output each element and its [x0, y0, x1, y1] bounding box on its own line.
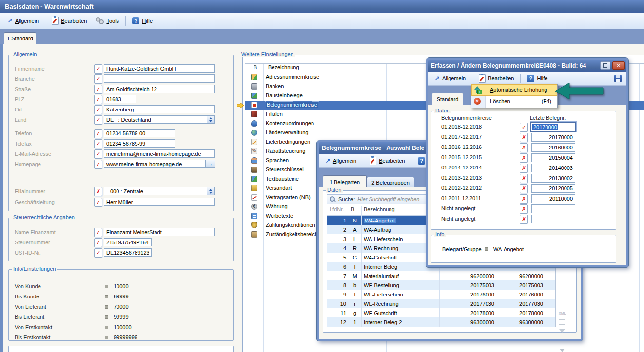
doc-check-icon[interactable]: ✓ — [94, 115, 102, 125]
letzte-belegnr-input[interactable]: 20170000 — [530, 122, 576, 132]
doc-check-icon[interactable]: ✓ — [94, 129, 102, 138]
doc-check-icon[interactable]: ✓ — [94, 105, 102, 114]
table-cell: 20175003 — [497, 282, 546, 288]
doc-cross-icon[interactable]: ✗ — [520, 204, 528, 214]
doc-cross-icon[interactable]: ✗ — [520, 133, 528, 142]
field-input-land[interactable] — [104, 115, 215, 124]
letzte-belegnr-input[interactable] — [531, 194, 575, 203]
letzte-belegnr-input[interactable] — [531, 184, 575, 193]
field-input-firmenname[interactable] — [104, 64, 215, 73]
table-cell: 96300000 — [497, 319, 546, 325]
field-input-telefon[interactable] — [104, 129, 175, 137]
letzte-belegnr-input[interactable] — [531, 133, 575, 142]
doc-check-icon[interactable]: ✓ — [94, 248, 102, 258]
col-letzte-belegnr: Letzte Belegnr. — [530, 115, 566, 121]
letzte-belegnr-input[interactable] — [531, 143, 575, 152]
doc-cross-icon[interactable]: ✗ — [520, 153, 528, 163]
col-belegnummernkreise: Belegnummernkreise — [441, 115, 492, 121]
menu-item-automatische-erh-hung[interactable]: +Automatische Erhöhung — [471, 84, 557, 96]
field-label: Steuernummer — [15, 240, 50, 245]
letzte-belegnr-input[interactable] — [531, 174, 575, 183]
edit-icon — [370, 157, 376, 165]
field-input-plz[interactable] — [104, 95, 136, 103]
field-input-e-mail-adresse[interactable] — [104, 149, 215, 158]
doc-check-icon[interactable]: ✓ — [94, 139, 102, 148]
field-input-ust-id-nr-[interactable] — [104, 248, 152, 257]
tab-belegarten[interactable]: 1 Belegarten — [323, 175, 367, 188]
scroll-down-icon[interactable] — [560, 349, 565, 352]
menu-item-l-schen[interactable]: Löschen(F4) — [471, 96, 557, 108]
percent-icon: % — [251, 148, 257, 154]
doc-check-icon[interactable]: ✓ — [520, 123, 528, 132]
doc-check-icon[interactable]: ✓ — [94, 160, 102, 169]
doc-check-icon[interactable]: ✓ — [94, 64, 102, 74]
doc-check-icon[interactable]: ✓ — [94, 238, 102, 247]
field-label: E-Mail-Adresse — [15, 151, 51, 157]
menu-item-allgemein[interactable]: Allgemein — [430, 74, 470, 83]
doc-check-icon[interactable]: ✓ — [94, 74, 102, 84]
tree-item-label: Lieferbedingungen — [266, 139, 310, 145]
field-input-filialnummer[interactable] — [104, 187, 215, 195]
menu-item-allgemein[interactable]: Allgemein — [3, 16, 43, 25]
edit-daten-label: Daten — [434, 108, 451, 113]
table-cell: 8 — [327, 282, 349, 288]
rows-icon[interactable] — [559, 319, 565, 325]
letzte-belegnr-input[interactable] — [531, 153, 575, 162]
field-input-telefax[interactable] — [104, 139, 175, 148]
tree-col-b: B — [254, 64, 257, 70]
field-row-branche: Branche✓ — [8, 74, 234, 84]
menu-item-bearbeiten[interactable]: Bearbeiten — [474, 73, 518, 84]
doc-cross-icon[interactable]: ✗ — [520, 184, 528, 193]
field-row-name-finanzamt: Name Finanzamt✓ — [8, 228, 234, 237]
field-input-steuernummer[interactable] — [104, 238, 152, 246]
field-input-name-finanzamt[interactable] — [104, 228, 215, 236]
field-input-branche[interactable] — [104, 74, 215, 83]
close-button[interactable] — [612, 61, 625, 70]
xml-export-icon[interactable]: XML — [559, 312, 566, 315]
doc-cross-icon[interactable]: ✗ — [520, 215, 528, 224]
package-icon — [251, 185, 257, 191]
field-input-gesch-ftsleitung[interactable] — [104, 198, 215, 206]
menu-item-hilfe[interactable]: Hilfe — [523, 74, 552, 84]
tab-standard-edit[interactable]: Standard — [432, 93, 463, 106]
field-row-telefax: Telefax✓ — [8, 139, 234, 148]
doc-check-icon[interactable]: ✓ — [94, 198, 102, 207]
letzte-belegnr-input[interactable] — [531, 204, 575, 213]
table-header-cell: B — [349, 206, 361, 215]
field-row-e-mail-adresse: E-Mail-Adresse✓ — [8, 149, 234, 159]
doc-cross-icon[interactable]: ✗ — [94, 187, 102, 196]
bullet-icon — [105, 295, 108, 298]
letzte-belegnr-input[interactable] — [531, 164, 575, 172]
field-input-stra-e[interactable] — [104, 85, 215, 93]
doc-check-icon[interactable]: ✓ — [94, 149, 102, 159]
menu-item-allgemein[interactable]: Allgemein — [321, 156, 361, 166]
spinner-button[interactable] — [207, 187, 215, 195]
person-icon — [251, 157, 257, 164]
info-row: Von Erstkontakt100000 — [8, 323, 234, 331]
menu-item-hilfe[interactable]: Hilfe — [128, 16, 157, 26]
filter-icon[interactable] — [559, 329, 565, 333]
menu-item-bearbeiten[interactable]: Bearbeiten — [47, 15, 91, 26]
menu-item-tools[interactable]: Tools — [91, 16, 123, 26]
doc-cross-icon[interactable]: ✗ — [520, 143, 528, 152]
tab-standard[interactable]: 1 Standard — [4, 32, 36, 44]
doc-cross-icon[interactable]: ✗ — [520, 174, 528, 183]
spinner-button[interactable] — [207, 115, 215, 124]
letzte-belegnr-input[interactable] — [531, 215, 575, 223]
doc-check-icon[interactable]: ✓ — [94, 95, 102, 104]
menu-item-bearbeiten[interactable]: Bearbeiten — [365, 155, 409, 167]
doc-cross-icon[interactable]: ✗ — [520, 194, 528, 204]
restore-button[interactable] — [600, 61, 610, 70]
doc-check-icon[interactable]: ✓ — [94, 228, 102, 237]
doc-cross-icon[interactable]: ✗ — [520, 164, 528, 173]
doc-check-icon[interactable]: ✓ — [94, 85, 102, 94]
field-input-ort[interactable] — [104, 105, 215, 113]
belegnummernkreis-row: 01.2013-12.2013✗ — [431, 174, 616, 183]
tree-item-label: Vertragsarten (NB) — [266, 194, 311, 200]
menu-separator — [411, 156, 411, 166]
save-icon[interactable] — [614, 75, 622, 82]
open-homepage-icon[interactable]: → — [205, 160, 215, 168]
tab-beleggruppen[interactable]: 2 Beleggruppen — [367, 177, 414, 188]
field-input-homepage[interactable] — [104, 160, 205, 168]
help-icon — [527, 75, 534, 82]
